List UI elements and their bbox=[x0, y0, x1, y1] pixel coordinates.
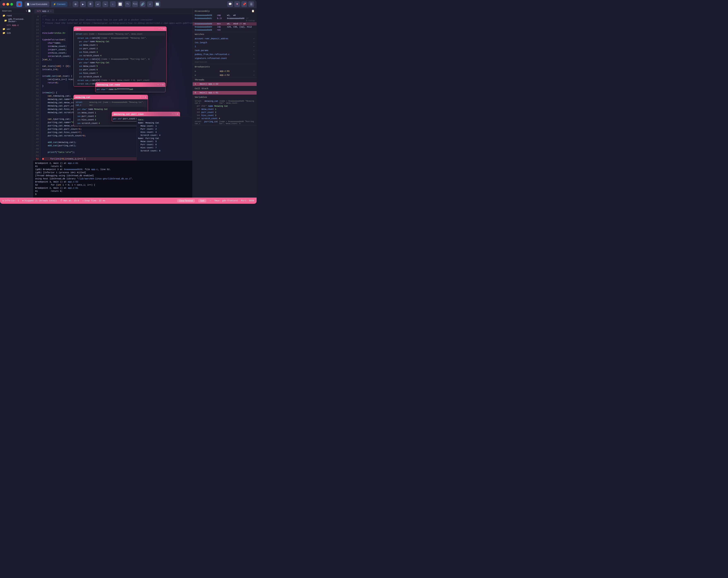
disasm-row[interactable]: 0xaaaaaaaa0a68 ret bbox=[193, 29, 257, 32]
pin-icon[interactable]: 📌 bbox=[241, 1, 247, 7]
sidebar-item-usr[interactable]: 📁 usr bbox=[0, 27, 33, 31]
split-button[interactable]: Split bbox=[198, 199, 206, 202]
sidebar-item-lib[interactable]: 📁 lib bbox=[0, 31, 33, 35]
sidebar-header: Sources ⇅ 📄 bbox=[0, 8, 33, 14]
disasm-row-active[interactable]: 0xaaaaaaaa0a60 mov w0, #0x0 // #0 bbox=[193, 22, 257, 25]
folder-icon: 📁 bbox=[2, 14, 5, 17]
watch-remove-icon[interactable]: ✕ bbox=[253, 49, 255, 52]
meowing-struct-label: struct cat_t meowing_cat {name = 0xaaaaa… bbox=[75, 101, 147, 107]
run-icon[interactable]: ▶ bbox=[80, 1, 86, 7]
terminal-line: 61 return 0; bbox=[35, 190, 190, 193]
terminal-line: Breakpoint 2, main () at app.c:61 bbox=[35, 162, 190, 165]
close-terminal-button[interactable]: Close Terminal bbox=[177, 199, 195, 202]
lightning-icon[interactable]: ⚡ bbox=[147, 1, 153, 7]
name-popup-next[interactable]: → bbox=[160, 83, 161, 86]
watch-remove-icon[interactable]: ✕ bbox=[253, 57, 255, 59]
disasm-row[interactable]: 0xaaaaaaaa0a58 cmp w1, w0 bbox=[193, 14, 257, 17]
callstack-item[interactable]: 0 main() app.c:61 bbox=[193, 91, 257, 95]
connect-button[interactable]: ⚡ Connect bbox=[51, 1, 68, 7]
thread-item[interactable]: 1 main() app.c:32 bbox=[193, 82, 257, 86]
status-inferior: ⊟ Inferior: 1 bbox=[2, 200, 19, 202]
name-popup[interactable]: &meowing_cat.name ← → ✕ ptr char** name bbox=[95, 82, 165, 92]
popup-row-meow0: int meow_count 1 bbox=[75, 44, 165, 47]
name-popup-prev[interactable]: ← bbox=[157, 83, 159, 86]
var-item[interactable]: struct cat_t meowing_cat {name = 0xaaaaa… bbox=[193, 100, 257, 105]
disasm-row[interactable]: 0xaaaaaaaa0a64 ldp x29, x30, [sp], #112 bbox=[193, 25, 257, 29]
sidebar-expand-icon[interactable]: ⇅ bbox=[26, 9, 27, 12]
tab-close-icon[interactable]: ✕ bbox=[50, 10, 52, 12]
terminal-icon: ⊟ bbox=[2, 200, 4, 202]
minimize-button[interactable] bbox=[6, 3, 9, 6]
step-out-icon[interactable]: ↓ bbox=[110, 1, 116, 7]
discord-icon[interactable]: 💬 bbox=[227, 1, 233, 7]
watch-item[interactable]: pubkey_from_hex.refcounted.c ✕ bbox=[193, 53, 257, 56]
stop-dot-icon: ● bbox=[22, 200, 24, 202]
step-over-icon[interactable]: ↩ bbox=[95, 1, 101, 7]
breakpoint-item[interactable]: ☑ app.c:52 ✕ bbox=[193, 73, 257, 77]
disasm-row[interactable]: 0xaaaaaaaa0a5c b.lt 0xaaaaaaaa0a80 // b.… bbox=[193, 17, 257, 22]
step-into-icon[interactable]: ↪ bbox=[102, 1, 108, 7]
pause-icon[interactable]: ⏸ bbox=[87, 1, 93, 7]
watch-remove-icon[interactable]: ✕ bbox=[253, 42, 255, 44]
breakpoint-remove-icon[interactable]: ✕ bbox=[253, 70, 255, 72]
disassembly-copy-icon[interactable]: 📋 bbox=[252, 9, 255, 12]
link-icon[interactable]: 🔗 bbox=[140, 1, 146, 7]
meowing-popup-close[interactable]: ✕ bbox=[145, 96, 146, 99]
watch-remove-icon[interactable]: ✕ bbox=[253, 37, 255, 40]
var-item[interactable]: ptr char* name Meowing Cat bbox=[193, 105, 257, 108]
func-icon[interactable]: f(x) bbox=[132, 1, 138, 7]
purr-popup-next[interactable]: → bbox=[175, 112, 176, 116]
watch-expression-input[interactable]: expression bbox=[193, 60, 257, 64]
var-item[interactable]: int meow_count 1 bbox=[193, 108, 257, 111]
breakpoint-remove-icon[interactable]: ✕ bbox=[253, 74, 255, 76]
purr-popup-close[interactable]: ✕ bbox=[177, 112, 178, 116]
watch-item[interactable]: signature.refcounted.count ✕ bbox=[193, 56, 257, 60]
watch-item[interactable]: account->xmr_deposit_addres ✕ bbox=[193, 37, 257, 41]
folder-icon: 📁 bbox=[2, 32, 5, 34]
sidebar-item-root[interactable]: 📁 root bbox=[0, 14, 33, 18]
var-item[interactable]: int purr_count 2 bbox=[193, 111, 257, 114]
toolbar-right: 💬 ♥ 📌 ☰ bbox=[227, 1, 254, 7]
meowing-popup-next[interactable]: → bbox=[142, 96, 144, 99]
cats-popup-close[interactable]: ✕ bbox=[163, 27, 165, 30]
fx-icon[interactable]: fx bbox=[125, 1, 131, 7]
line-numbers: 9 10 11 12 13 14 15 16 17 18 19 20 21 22… bbox=[33, 14, 41, 160]
meowing-popup-prev[interactable]: ← bbox=[140, 96, 141, 99]
popup-row-name0: ptr char* name Meowing Cat bbox=[75, 40, 165, 44]
load-executable-button[interactable]: 📄 Load Executable bbox=[25, 1, 49, 7]
var-item[interactable]: struct cat_t purring_cat {name = 0xaaaaa… bbox=[193, 120, 257, 125]
sidebar-item-appc[interactable]: </> app.c bbox=[0, 23, 33, 27]
cats-popup-next[interactable]: → bbox=[161, 27, 162, 30]
cats-popup[interactable]: cats ← → ✕ struct cats {name = 0xaaaaaaa… bbox=[74, 26, 166, 87]
breakpoints-header: Breakpoints bbox=[193, 64, 257, 69]
maximize-button[interactable] bbox=[10, 3, 13, 6]
watch-remove-icon[interactable]: ✕ bbox=[253, 53, 255, 56]
sidebar-add-icon[interactable]: 📄 bbox=[28, 9, 31, 12]
watch-item[interactable]: txs.length ✕ bbox=[193, 41, 257, 45]
tab-appc[interactable]: </> app.c ✕ bbox=[34, 9, 54, 13]
var-item[interactable]: int scratch_count 4 bbox=[193, 117, 257, 120]
variables-section: Variables struct cat_t meowing_cat {name… bbox=[193, 95, 257, 125]
watch-item[interactable]: task.params ✕ bbox=[193, 49, 257, 53]
menu-icon[interactable]: ☰ bbox=[248, 1, 254, 7]
name-popup-header: &meowing_cat.name ← → ✕ bbox=[96, 82, 165, 87]
terminal[interactable]: Breakpoint 2, main () at app.c:61 61 ret… bbox=[33, 160, 192, 198]
purr-popup[interactable]: &meowing_cat.purr_coun ← → ✕ ptr int* pu… bbox=[112, 112, 180, 122]
purr-popup-prev[interactable]: ← bbox=[172, 112, 174, 116]
sidebar-item-gdb-docker[interactable]: 📁 gdb-frontend-docker- bbox=[0, 18, 33, 23]
watch-remove-icon[interactable]: ✕ bbox=[253, 45, 255, 48]
settings-icon[interactable]: ⚙ bbox=[73, 1, 78, 7]
stop-icon[interactable]: ⬜ bbox=[117, 1, 123, 7]
cats-popup-prev[interactable]: ← bbox=[158, 27, 160, 30]
breakpoint-item[interactable]: ☑ app.c:61 ✕ bbox=[193, 69, 257, 73]
name-popup-close[interactable]: ✕ bbox=[162, 83, 164, 86]
purr-popup-body: ptr int* purr_count 0xffffffffffaac bbox=[112, 116, 180, 122]
code-editor: 9 10 11 12 13 14 15 16 17 18 19 20 21 22… bbox=[33, 14, 192, 160]
popup-row-hiss0: int hiss_count 3 bbox=[75, 51, 165, 54]
watch-item[interactable]: i ✕ bbox=[193, 45, 257, 49]
refresh-icon[interactable]: 🔄 bbox=[155, 1, 160, 7]
heart-icon[interactable]: ♥ bbox=[234, 1, 240, 7]
var-item[interactable]: int hiss_count 3 bbox=[193, 114, 257, 117]
close-button[interactable] bbox=[2, 3, 5, 6]
cats-popup-title: cats bbox=[75, 28, 81, 30]
